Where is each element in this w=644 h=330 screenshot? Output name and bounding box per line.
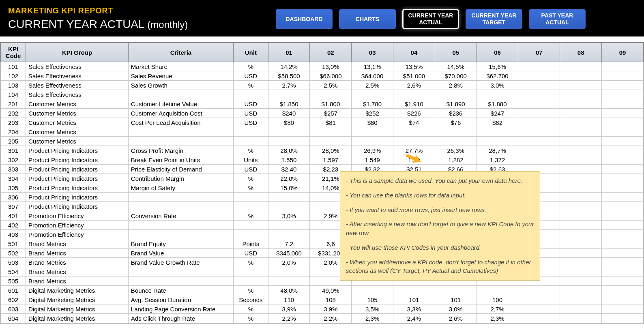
cell-criteria[interactable] [128,221,233,230]
cell-value[interactable] [560,276,602,286]
cell-group[interactable]: Brand Metrics [26,249,129,258]
cell-value[interactable]: 3,0% [435,304,477,314]
cell-value[interactable] [602,221,644,230]
cell-value[interactable] [602,71,644,81]
cell-criteria[interactable] [128,127,233,137]
cell-group[interactable]: Product Pricing Indicators [26,165,129,174]
cell-value[interactable] [602,155,644,165]
cell-unit[interactable] [234,276,268,286]
cell-value[interactable]: 28,0% [268,146,310,155]
cell-group[interactable]: Sales Effectiveness [26,90,129,99]
cell-value[interactable]: 1.550 [268,155,310,165]
cell-value[interactable] [310,90,352,99]
cell-value[interactable] [310,127,352,137]
cell-value[interactable]: 101 [435,295,477,304]
cell-criteria[interactable]: Avg. Session Duration [128,295,233,304]
cell-group[interactable]: Digital Marketing Metrics [26,304,129,314]
cell-unit[interactable]: % [234,211,268,221]
cell-value[interactable]: 27,7% [393,146,435,155]
cell-criteria[interactable]: Price Elasticity of Demand [128,165,233,174]
cell-value[interactable] [602,109,644,118]
cell-unit[interactable]: % [234,314,268,323]
cell-value[interactable] [268,276,310,286]
tab-charts[interactable]: CHARTS [339,9,396,29]
cell-value[interactable] [602,295,644,304]
cell-value[interactable]: 14,2% [268,62,310,71]
cell-value[interactable]: $51.000 [393,71,435,81]
cell-value[interactable] [602,267,644,276]
cell-value[interactable] [268,90,310,99]
cell-value[interactable] [518,286,560,295]
cell-value[interactable]: $345.000 [268,249,310,258]
cell-group[interactable]: Customer Metrics [26,118,129,127]
cell-value[interactable]: 2,5% [310,81,352,90]
cell-code[interactable]: 306 [1,193,26,202]
cell-value[interactable] [602,62,644,71]
cell-criteria[interactable]: Brand Value Growth Rate [128,258,233,267]
cell-value[interactable]: 26,3% [435,146,477,155]
cell-value[interactable] [477,90,518,99]
cell-value[interactable] [602,165,644,174]
cell-value[interactable] [602,202,644,211]
cell-value[interactable] [560,239,602,249]
cell-criteria[interactable]: Cost Per Lead Acquisition [128,118,233,127]
cell-value[interactable]: 3,3% [393,304,435,314]
cell-unit[interactable]: % [234,183,268,193]
cell-value[interactable] [435,286,477,295]
cell-code[interactable]: 201 [1,99,26,109]
cell-value[interactable]: $236 [435,109,477,118]
cell-criteria[interactable]: Margin of Safety [128,183,233,193]
cell-value[interactable]: $76 [435,118,477,127]
cell-value[interactable]: 2,6% [393,81,435,90]
cell-code[interactable]: 307 [1,202,26,211]
cell-value[interactable]: 49,0% [310,286,352,295]
cell-criteria[interactable]: Ads Click Through Rate [128,314,233,323]
cell-value[interactable]: $1.850 [268,99,310,109]
cell-value[interactable] [268,193,310,202]
cell-value[interactable]: 2,8% [435,81,477,90]
cell-code[interactable]: 203 [1,118,26,127]
cell-value[interactable] [518,62,560,71]
cell-code[interactable]: 604 [1,314,26,323]
cell-group[interactable]: Promotion Efficiency [26,230,129,239]
cell-unit[interactable]: Units [234,155,268,165]
cell-value[interactable]: $1.800 [310,99,352,109]
cell-code[interactable]: 504 [1,267,26,276]
cell-value[interactable] [560,62,602,71]
cell-value[interactable] [602,118,644,127]
cell-value[interactable] [560,202,602,211]
cell-value[interactable]: $252 [352,109,393,118]
cell-value[interactable] [352,90,393,99]
cell-unit[interactable]: % [234,62,268,71]
cell-group[interactable]: Brand Metrics [26,239,129,249]
cell-value[interactable]: $1.880 [477,99,518,109]
cell-criteria[interactable]: Contribution Margin [128,174,233,183]
cell-criteria[interactable]: Sales Revenue [128,71,233,81]
cell-value[interactable] [560,155,602,165]
cell-criteria[interactable]: Customer Acquisition Cost [128,109,233,118]
cell-value[interactable] [268,267,310,276]
cell-code[interactable]: 102 [1,71,26,81]
cell-value[interactable]: $62.700 [477,71,518,81]
cell-criteria[interactable]: Landing Page Conversion Rate [128,304,233,314]
cell-value[interactable]: 3,0% [268,211,310,221]
cell-value[interactable]: $80 [352,118,393,127]
cell-value[interactable] [602,286,644,295]
cell-value[interactable]: 2,2% [310,314,352,323]
cell-code[interactable]: 501 [1,239,26,249]
cell-value[interactable] [560,137,602,146]
cell-value[interactable] [602,146,644,155]
cell-group[interactable]: Product Pricing Indicators [26,146,129,155]
cell-value[interactable]: $70.000 [435,71,477,81]
cell-unit[interactable]: Points [234,239,268,249]
cell-value[interactable] [268,230,310,239]
cell-group[interactable]: Customer Metrics [26,137,129,146]
cell-value[interactable]: 2,5% [352,81,393,90]
cell-value[interactable] [602,90,644,99]
cell-value[interactable] [560,230,602,239]
cell-value[interactable] [602,174,644,183]
cell-value[interactable]: 2,6% [435,314,477,323]
cell-group[interactable]: Product Pricing Indicators [26,193,129,202]
cell-code[interactable]: 301 [1,146,26,155]
cell-value[interactable] [352,286,393,295]
